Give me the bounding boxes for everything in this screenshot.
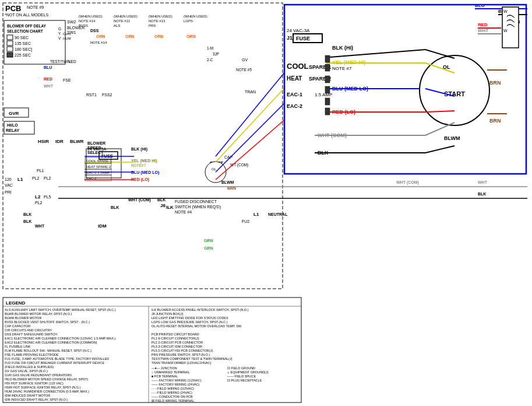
svg-text:GRN: GRN [204, 239, 213, 243]
svg-text:■      PCB TERMINAL: ■ PCB TERMINAL [152, 374, 178, 378]
svg-text:FSE: FSE [63, 78, 71, 82]
svg-text:TRAN  TRANSFORMER (115VAC/24VA: TRAN TRANSFORMER (115VAC/24VAC) [152, 361, 212, 365]
svg-text:135 SEC: 135 SEC [15, 41, 31, 46]
svg-text:PRS: PRS [149, 24, 156, 27]
svg-text:FU2: FU2 [242, 219, 249, 223]
svg-text:FSE   FLAME PROVING ELECTRODE: FSE FLAME PROVING ELECTRODE [5, 353, 59, 356]
svg-text:RED: RED [478, 22, 488, 27]
svg-text:IDR: IDR [55, 139, 64, 144]
svg-text:PL2   2-CIRCUIT PCB CONNECTOR: PL2 2-CIRCUIT PCB CONNECTOR [152, 341, 203, 344]
svg-text:HEAT  SPARE-2: HEAT SPARE-2 [86, 165, 111, 169]
svg-text:BLK: BLK [23, 219, 31, 223]
svg-rect-176 [325, 64, 330, 71]
svg-text:SELECTION CHART: SELECTION CHART [7, 29, 43, 33]
svg-text:LGPS  LOW GAS PRESSURE SWITCH,: LGPS LOW GAS PRESSURE SWITCH, SPST-(N.C.… [152, 320, 228, 324]
svg-rect-178 [325, 86, 330, 93]
svg-text:WHT: WHT [35, 224, 45, 228]
svg-text:NEUTRAL: NEUTRAL [268, 212, 288, 216]
svg-text:RED: RED [44, 77, 52, 81]
svg-text:24 VAC-3A: 24 VAC-3A [287, 28, 310, 33]
svg-text:(FIELD INSTALLED & SUPPLIED): (FIELD INSTALLED & SUPPLIED) [5, 365, 54, 369]
svg-text:PRS   PRESSURE SWITCH, SPST-(N: PRS PRESSURE SWITCH, SPST-(N.O.) [152, 353, 210, 356]
svg-text:RELAY: RELAY [6, 128, 19, 132]
svg-rect-179 [325, 98, 330, 105]
svg-text:IDM   INDUCED DRAFT MOTOR: IDM INDUCED DRAFT MOTOR [5, 394, 50, 397]
svg-text:PL1: PL1 [37, 169, 44, 173]
svg-text:PCB   PRINTED CIRCUIT BOARD: PCB PRINTED CIRCUIT BOARD [152, 332, 199, 336]
svg-rect-180 [325, 108, 330, 115]
svg-text:HUM   24VAC HUMIDIFIER CONNECT: HUM 24VAC HUMIDIFIER CONNECTION (0.5 AMP… [5, 390, 89, 393]
svg-text:ORN: ORN [186, 34, 196, 38]
svg-text:⊡      FIELD GROUND: ⊡ FIELD GROUND [227, 366, 255, 370]
svg-text:FUSE: FUSE [296, 36, 310, 41]
svg-text:PL2: PL2 [35, 201, 43, 205]
svg-text:G: G [58, 27, 61, 31]
svg-text:ORN: ORN [125, 34, 135, 38]
svg-text:J8     JUNCTION BOX(J): J8 JUNCTION BOX(J) [152, 312, 184, 316]
svg-text:ALS   AUXILIARY LIMIT SWITCH, : ALS AUXILIARY LIMIT SWITCH, OVERTEMP, MA… [5, 308, 116, 312]
svg-text:BLWM: BLWM [444, 135, 460, 141]
svg-text:EAC-1: EAC-1 [287, 92, 302, 97]
svg-text:GVR   GAS VALVE REDUNDANT OPER: GVR GAS VALVE REDUNDANT OPERATORS [5, 373, 72, 377]
svg-text:——  FACTORY WIRING (115VAC): —— FACTORY WIRING (115VAC) [152, 379, 202, 382]
svg-text:- - -   FIELD WIRING (24VAC): - - - FIELD WIRING (24VAC) [152, 391, 192, 394]
svg-text:PL2: PL2 [44, 176, 51, 180]
svg-text:BLK (HI): BLK (HI) [332, 45, 353, 51]
svg-text:2-C: 2-C [207, 58, 213, 62]
svg-text:J1: J1 [287, 35, 293, 41]
svg-text:FU1   FUSE, 3 AMP, AUTOMOTIVE : FU1 FUSE, 3 AMP, AUTOMOTIVE BLADE TYPE, … [5, 357, 109, 360]
svg-text:FUSED DISCONNECT: FUSED DISCONNECT [175, 200, 217, 204]
wiring-diagram: PCB NOTE #9 *NOT ON ALL MODELS BLOWER OF… [0, 0, 532, 406]
svg-text:BLOWER OFF DELAY: BLOWER OFF DELAY [7, 24, 47, 28]
svg-text:NOTE #11: NOTE #11 [114, 19, 131, 23]
svg-text:WHT  (COM): WHT (COM) [396, 180, 419, 185]
svg-text:ORN: ORN [96, 34, 105, 38]
svg-text:(WHEN USED): (WHEN USED) [114, 15, 138, 18]
svg-text:PL5   2-CIRCUIT HSI PCB CONNEC: PL5 2-CIRCUIT HSI PCB CONNECTOR(J) [152, 349, 213, 352]
svg-text:COOL  SPARE-1: COOL SPARE-1 [86, 159, 112, 163]
svg-text:180 SEC]: 180 SEC] [15, 47, 32, 52]
svg-text:GV    GAS VALVE, DPST-(N.O.): GV GAS VALVE, DPST-(N.O.) [5, 369, 48, 373]
svg-text:HEAT: HEAT [287, 75, 302, 82]
svg-text:TEST/TWIN  COMPONENT TEST & TW: TEST/TWIN COMPONENT TEST & TWIN TERMINAL… [152, 357, 232, 360]
svg-text:BLK: BLK [478, 192, 486, 196]
svg-text:Com.: Com. [63, 32, 72, 36]
svg-rect-177 [325, 76, 330, 83]
svg-text:HI/LO: HI/LO [7, 123, 18, 127]
svg-text:FSS2: FSS2 [102, 93, 112, 97]
svg-text:SWITCH (WHEN REQ'D): SWITCH (WHEN REQ'D) [175, 205, 221, 209]
svg-text:HUM: HUM [63, 37, 71, 40]
svg-text:GV: GV [242, 58, 248, 62]
svg-text:*NOT ON ALL MODELS: *NOT ON ALL MODELS [5, 13, 48, 17]
svg-text:CIR    CIRCUITS AND CIRCUITRY: CIR CIRCUITS AND CIRCUITRY [5, 328, 52, 332]
svg-text:OL: OL [212, 167, 217, 171]
svg-text:BLK: BLK [111, 205, 119, 209]
svg-text:PL2: PL2 [32, 176, 40, 180]
svg-text:- - -   FIELD WIRING (115VAC): - - - FIELD WIRING (115VAC) [152, 387, 194, 390]
svg-text:BLK (HI): BLK (HI) [131, 147, 147, 152]
svg-text:V: V [58, 36, 61, 40]
svg-text:——  FIELD SPLICE: —— FIELD SPLICE [227, 374, 256, 378]
svg-text:NOTE #5: NOTE #5 [236, 68, 252, 72]
svg-text:HSIR: HSIR [38, 139, 49, 144]
svg-text:YEL (MED HI): YEL (MED HI) [131, 159, 157, 163]
svg-text:BRN: BRN [489, 80, 501, 86]
svg-text:EAC-2: EAC-2 [287, 103, 302, 109]
svg-text:LED: LED [69, 60, 76, 64]
svg-text:3JP: 3JP [213, 52, 219, 56]
svg-text:EAC-1  1.5AMP: EAC-1 1.5AMP [86, 171, 110, 174]
svg-text:——  CONDUCTOR ON PCB: —— CONDUCTOR ON PCB [152, 395, 193, 398]
svg-text:NOTE #14: NOTE #14 [90, 41, 107, 44]
svg-text:BLWM: BLWM [221, 180, 234, 184]
svg-text:(WHEN USED): (WHEN USED) [149, 15, 172, 18]
svg-text:BVSS  BLOCKED VENT SHUTOFF SWI: BVSS BLOCKED VENT SHUTOFF SWITCH, SPST -… [5, 320, 90, 324]
svg-text:Y: Y [58, 32, 61, 36]
svg-text:FLM   FLAME ROLLOUT SW.- MANUA: FLM FLAME ROLLOUT SW.- MANUAL RESET, SPS… [5, 349, 91, 352]
svg-text:NOTE #7: NOTE #7 [332, 66, 352, 71]
svg-text:BLU (MED LO): BLU (MED LO) [131, 170, 159, 175]
svg-text:BRN: BRN [489, 118, 501, 124]
svg-rect-175 [325, 55, 330, 62]
svg-text:PL5: PL5 [44, 195, 51, 199]
svg-text:W: W [503, 9, 508, 13]
svg-text:L1: L1 [253, 212, 259, 217]
